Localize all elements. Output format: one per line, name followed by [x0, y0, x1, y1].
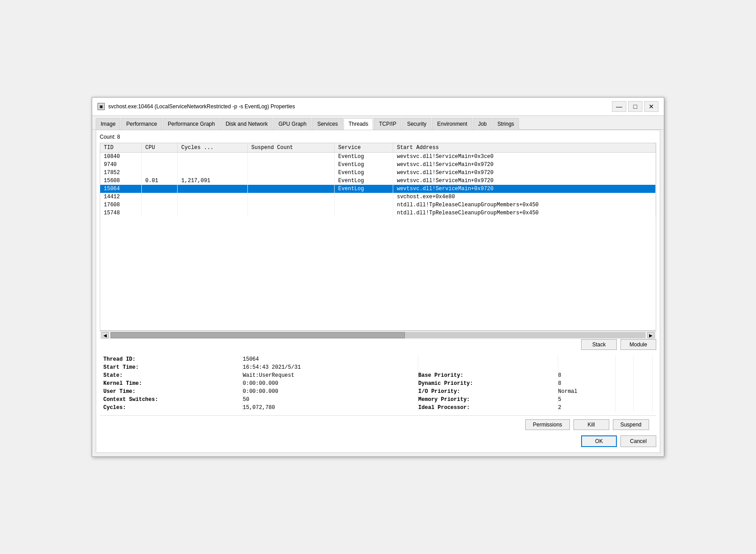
- tab-gpu-graph[interactable]: GPU Graph: [273, 118, 311, 130]
- window-title: svchost.exe:10464 (LocalServiceNetworkRe…: [108, 103, 295, 110]
- dynamic-priority-value: 8: [558, 379, 615, 388]
- cycles-value: 15,072,780: [242, 404, 418, 412]
- tab-job[interactable]: Job: [473, 118, 492, 130]
- io-priority-value: Normal: [558, 388, 615, 396]
- count-label: Count:: [100, 134, 115, 140]
- table-row[interactable]: 17852EventLogwevtsvc.dll!ServiceMain+0x9…: [100, 169, 656, 177]
- permissions-button[interactable]: Permissions: [525, 419, 569, 430]
- kernel-time-value: 0:00:00.000: [242, 379, 418, 388]
- context-switches-value: 50: [242, 396, 418, 404]
- kill-button[interactable]: Kill: [573, 419, 609, 430]
- horizontal-scrollbar[interactable]: ◀ ▶: [100, 331, 656, 339]
- tab-performance-graph[interactable]: Performance Graph: [163, 118, 220, 130]
- scroll-left-arrow[interactable]: ◀: [102, 332, 109, 338]
- state-value: Wait:UserRequest: [242, 371, 418, 379]
- detail-row-7: Cycles: 15,072,780 Ideal Processor: 2: [103, 404, 653, 412]
- tab-security[interactable]: Security: [402, 118, 431, 130]
- detail-row-5: User Time: 0:00:00.000 I/O Priority: Nor…: [103, 388, 653, 396]
- tab-strings[interactable]: Strings: [493, 118, 519, 130]
- threads-table-container: TID CPU Cycles ... Suspend Count Service…: [100, 143, 656, 331]
- base-priority-label: Base Priority:: [418, 371, 558, 379]
- detail-row-3: State: Wait:UserRequest Base Priority: 8: [103, 371, 653, 379]
- col-service[interactable]: Service: [335, 143, 393, 153]
- user-time-value: 0:00:00.000: [242, 388, 418, 396]
- base-priority-value: 8: [558, 371, 615, 379]
- memory-priority-value: 5: [558, 396, 615, 404]
- col-tid[interactable]: TID: [100, 143, 141, 153]
- kernel-time-label: Kernel Time:: [103, 379, 242, 388]
- state-label: State:: [103, 371, 242, 379]
- tab-threads[interactable]: Threads: [344, 118, 373, 130]
- memory-priority-label: Memory Priority:: [418, 396, 558, 404]
- scrollbar-thumb[interactable]: [110, 332, 405, 338]
- ok-button[interactable]: OK: [581, 435, 617, 447]
- col-cycles[interactable]: Cycles ...: [178, 143, 247, 153]
- tab-image[interactable]: Image: [96, 118, 120, 130]
- tab-tcpip[interactable]: TCP/IP: [374, 118, 401, 130]
- tab-disk-network[interactable]: Disk and Network: [221, 118, 272, 130]
- start-time-label: Start Time:: [103, 363, 242, 371]
- cycles-label: Cycles:: [103, 404, 242, 412]
- table-row[interactable]: 17608ntdll.dll!TpReleaseCleanupGroupMemb…: [100, 201, 656, 209]
- table-row[interactable]: 15064EventLogwevtsvc.dll!ServiceMain+0x9…: [100, 185, 656, 193]
- main-window: ▣ svchost.exe:10464 (LocalServiceNetwork…: [92, 97, 664, 457]
- maximize-button[interactable]: □: [628, 101, 642, 112]
- stack-button[interactable]: Stack: [581, 339, 617, 350]
- start-time-value: 16:54:43 2021/5/31: [242, 363, 418, 371]
- col-suspend[interactable]: Suspend Count: [247, 143, 334, 153]
- count-bar: Count: 8: [100, 134, 656, 140]
- threads-table: TID CPU Cycles ... Suspend Count Service…: [100, 143, 656, 217]
- close-button[interactable]: ✕: [644, 101, 658, 112]
- detail-row-6: Context Switches: 50 Memory Priority: 5: [103, 396, 653, 404]
- scrollbar-track[interactable]: [110, 332, 646, 338]
- title-bar-left: ▣ svchost.exe:10464 (LocalServiceNetwork…: [98, 103, 295, 110]
- detail-row-2: Start Time: 16:54:43 2021/5/31: [103, 363, 653, 371]
- table-row[interactable]: 156080.011,217,091EventLogwevtsvc.dll!Se…: [100, 177, 656, 185]
- threads-table-scroll[interactable]: TID CPU Cycles ... Suspend Count Service…: [100, 143, 656, 330]
- tab-services[interactable]: Services: [312, 118, 343, 130]
- title-controls: — □ ✕: [612, 101, 658, 112]
- suspend-button[interactable]: Suspend: [613, 419, 649, 430]
- cancel-button[interactable]: Cancel: [620, 435, 656, 447]
- title-bar: ▣ svchost.exe:10464 (LocalServiceNetwork…: [92, 98, 664, 116]
- scroll-right-arrow[interactable]: ▶: [647, 332, 654, 338]
- minimize-button[interactable]: —: [612, 101, 626, 112]
- table-row[interactable]: 15748ntdll.dll!TpReleaseCleanupGroupMemb…: [100, 209, 656, 217]
- thread-id-label: Thread ID:: [103, 355, 242, 363]
- ideal-processor-value: 2: [558, 404, 615, 412]
- module-button[interactable]: Module: [620, 339, 656, 350]
- process-icon: ▣: [98, 103, 105, 110]
- thread-details-table: Thread ID: 15064 Start Time: 16:54:43 20…: [103, 355, 653, 412]
- count-value: 8: [117, 134, 120, 140]
- stack-module-buttons: Stack Module: [100, 339, 656, 350]
- user-time-label: User Time:: [103, 388, 242, 396]
- thread-details-section: Thread ID: 15064 Start Time: 16:54:43 20…: [100, 354, 656, 413]
- table-header-row: TID CPU Cycles ... Suspend Count Service…: [100, 143, 656, 153]
- tab-environment[interactable]: Environment: [432, 118, 472, 130]
- io-priority-label: I/O Priority:: [418, 388, 558, 396]
- detail-row-1: Thread ID: 15064: [103, 355, 653, 363]
- tab-content: Count: 8 TID CPU Cycles ... Suspend Coun…: [96, 130, 660, 453]
- table-row[interactable]: 14412svchost.exe+0x4e80: [100, 193, 656, 201]
- col-address[interactable]: Start Address: [393, 143, 656, 153]
- tab-bar: Image Performance Performance Graph Disk…: [92, 116, 664, 130]
- tab-performance[interactable]: Performance: [121, 118, 162, 130]
- dynamic-priority-label: Dynamic Priority:: [418, 379, 558, 388]
- ok-cancel-buttons: OK Cancel: [100, 434, 656, 449]
- bottom-buttons: Permissions Kill Suspend: [100, 415, 656, 434]
- detail-row-4: Kernel Time: 0:00:00.000 Dynamic Priorit…: [103, 379, 653, 388]
- ideal-processor-label: Ideal Processor:: [418, 404, 558, 412]
- table-row[interactable]: 10840EventLogwevtsvc.dll!ServiceMain+0x3…: [100, 153, 656, 161]
- thread-id-value: 15064: [242, 355, 418, 363]
- table-row[interactable]: 9740EventLogwevtsvc.dll!ServiceMain+0x97…: [100, 161, 656, 169]
- col-cpu[interactable]: CPU: [141, 143, 178, 153]
- left-action-buttons: Permissions Kill Suspend: [525, 419, 649, 430]
- context-switches-label: Context Switches:: [103, 396, 242, 404]
- thread-rows: 10840EventLogwevtsvc.dll!ServiceMain+0x3…: [100, 153, 656, 217]
